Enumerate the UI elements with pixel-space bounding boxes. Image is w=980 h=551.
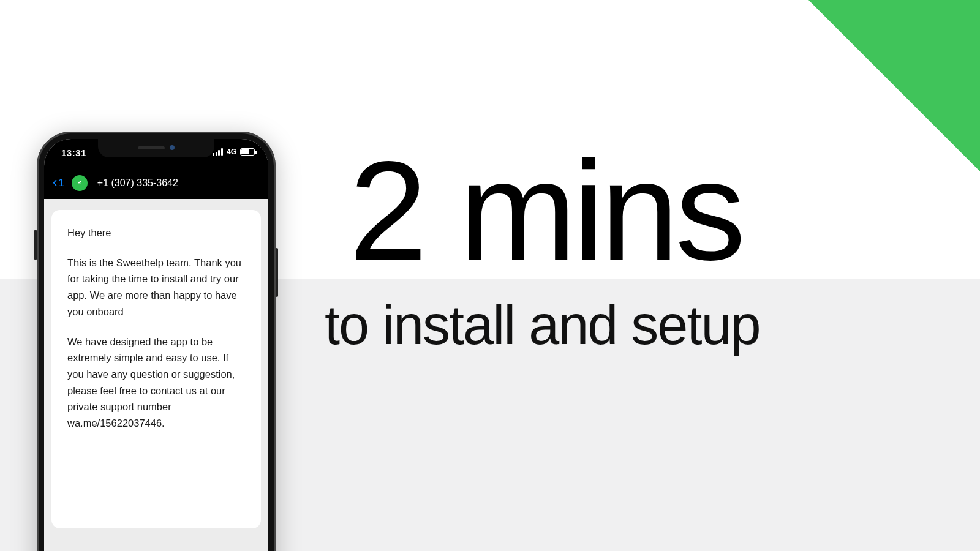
signal-bars-icon (213, 148, 223, 156)
network-type-label: 4G (227, 148, 236, 156)
promo-stage: 2 mins to install and setup 13:31 4G (0, 0, 980, 551)
back-button[interactable]: ‹ 1 (53, 177, 64, 189)
phone-screen: 13:31 4G ‹ 1 (44, 139, 268, 551)
avatar-glyph-icon (75, 179, 84, 187)
message-paragraph-2: This is the Sweethelp team. Thank you fo… (67, 255, 245, 320)
message-paragraph-1: Hey there (67, 225, 245, 241)
chat-header: ‹ 1 +1 (307) 335-3642 (44, 167, 268, 199)
accent-corner-triangle (809, 0, 980, 171)
battery-icon (240, 148, 255, 156)
phone-notch (98, 139, 214, 157)
headline: 2 mins (349, 141, 742, 282)
svg-point-0 (80, 181, 81, 182)
message-paragraph-3: We have designed the app to be extremely… (67, 334, 245, 432)
status-time: 13:31 (61, 148, 86, 158)
chevron-left-icon: ‹ (53, 176, 57, 189)
message-thread[interactable]: Hey there This is the Sweethelp team. Th… (44, 199, 268, 551)
back-unread-count: 1 (58, 177, 64, 189)
contact-avatar[interactable] (72, 175, 88, 191)
contact-phone-number[interactable]: +1 (307) 335-3642 (97, 178, 178, 189)
status-right-cluster: 4G (213, 148, 255, 156)
phone-device-frame: 13:31 4G ‹ 1 (37, 132, 276, 551)
subline-text: to install and setup (325, 294, 760, 357)
headline-text: 2 mins (349, 132, 742, 290)
incoming-message-bubble: Hey there This is the Sweethelp team. Th… (51, 210, 261, 528)
